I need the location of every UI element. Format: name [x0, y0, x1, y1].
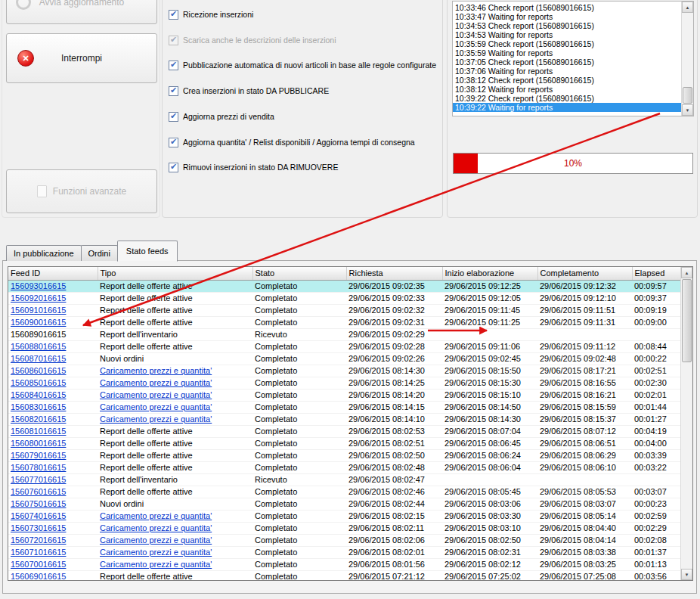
checkbox[interactable]	[169, 61, 178, 70]
feed-id-link[interactable]: 156087016615	[11, 354, 66, 363]
feed-row[interactable]: 156075016615Nuovi ordiniCompletato29/06/…	[8, 498, 682, 510]
column-header-tipo[interactable]: Tipo	[98, 267, 252, 280]
column-header-completamento[interactable]: Completamento	[537, 267, 632, 280]
feed-row[interactable]: 156071016615Caricamento prezzi e quantit…	[8, 546, 682, 558]
avvia-aggiornamento-button[interactable]: Avvia aggiornamento	[6, 0, 157, 24]
feed-row[interactable]: 156086016615Caricamento prezzi e quantit…	[8, 365, 682, 377]
checkbox-row-2[interactable]: Pubblicazione automatica di nuovi artico…	[169, 61, 436, 70]
column-header-richiesta[interactable]: Richiesta	[346, 267, 442, 280]
tipo-link[interactable]: Caricamento prezzi e quantita'	[100, 511, 212, 520]
scrollbar-thumb[interactable]	[683, 87, 692, 104]
log-line[interactable]: 10:38:12 Check report (156089016615)	[455, 76, 681, 85]
feed-id-link[interactable]: 156084016615	[11, 390, 66, 399]
checkbox-row-5[interactable]: Aggiorna quantita' / Relist disponibili …	[169, 138, 415, 147]
feed-row[interactable]: 156076016615Report delle offerte attiveC…	[8, 486, 682, 498]
feed-row[interactable]: 156085016615Caricamento prezzi e quantit…	[8, 377, 682, 389]
feed-row[interactable]: 156088016615Report delle offerte attiveC…	[8, 340, 682, 352]
log-line[interactable]: 10:33:47 Waiting for reports	[455, 12, 681, 21]
table-scrollbar[interactable]: ▲ ▼	[680, 267, 692, 580]
column-header-elapsed[interactable]: Elapsed	[632, 267, 682, 280]
feed-id-link[interactable]: 156075016615	[11, 499, 66, 508]
scroll-down-button[interactable]: ▼	[682, 104, 693, 116]
log-line[interactable]: 10:38:12 Waiting for reports	[455, 85, 681, 94]
log-line[interactable]: 10:37:05 Check report (156089016615)	[455, 57, 681, 67]
feed-id-link[interactable]: 156073016615	[11, 523, 66, 532]
scroll-up-button[interactable]: ▲	[681, 267, 692, 278]
feed-row[interactable]: 156090016615Report delle offerte attiveC…	[8, 316, 682, 328]
feed-row[interactable]: 156077016615Report dell'inventarioRicevu…	[8, 473, 682, 486]
tipo-link[interactable]: Caricamento prezzi e quantita'	[100, 390, 212, 399]
tab-in-pubblicazione[interactable]: In pubblicazione	[6, 245, 82, 261]
scroll-down-button[interactable]: ▼	[681, 569, 692, 580]
tipo-link[interactable]: Caricamento prezzi e quantita'	[100, 535, 212, 545]
log-line[interactable]: 10:34:53 Waiting for reports	[455, 30, 681, 39]
log-line[interactable]: 10:34:53 Check report (156089016615)	[455, 21, 681, 30]
checkbox[interactable]	[169, 112, 178, 122]
tipo-link[interactable]: Caricamento prezzi e quantita'	[100, 548, 212, 557]
column-header-stato[interactable]: Stato	[252, 267, 346, 280]
feed-id-link[interactable]: 156092016615	[11, 293, 66, 303]
checkbox[interactable]	[169, 86, 178, 96]
tipo-link[interactable]: Caricamento prezzi e quantita'	[100, 378, 212, 387]
checkbox-row-3[interactable]: Crea inserzioni in stato DA PUBBLICARE	[169, 86, 329, 96]
log-scrollbar[interactable]: ▲ ▼	[681, 2, 693, 116]
feed-row[interactable]: 156078016615Report delle offerte attiveC…	[8, 461, 682, 473]
feed-id-link[interactable]: 156078016615	[11, 463, 66, 472]
feed-id-link[interactable]: 156091016615	[11, 306, 66, 315]
tab-ordini[interactable]: Ordini	[81, 245, 118, 261]
feed-id-link[interactable]: 156085016615	[11, 378, 66, 387]
feed-id-link[interactable]: 156080016615	[11, 439, 66, 448]
tipo-link[interactable]: Caricamento prezzi e quantita'	[100, 560, 212, 569]
checkbox-row-4[interactable]: Aggiorna prezzi di vendita	[169, 112, 274, 122]
tipo-link[interactable]: Caricamento prezzi e quantita'	[100, 402, 212, 411]
feed-row[interactable]: 156083016615Caricamento prezzi e quantit…	[8, 401, 682, 413]
column-header-feed-id[interactable]: Feed ID	[8, 267, 98, 280]
feed-row[interactable]: 156091016615Report delle offerte attiveC…	[8, 304, 682, 316]
feed-id-link[interactable]: 156072016615	[11, 535, 66, 545]
interrompi-button[interactable]: ✕ Interrompi	[6, 33, 157, 83]
feed-row[interactable]: 156092016615Report delle offerte attiveC…	[8, 292, 682, 304]
log-line[interactable]: 10:35:59 Check report (156089016615)	[455, 39, 681, 48]
feed-row[interactable]: 156079016615Report delle offerte attiveC…	[8, 449, 682, 461]
tab-stato-feeds[interactable]: Stato feeds	[117, 241, 178, 262]
checkbox[interactable]	[169, 138, 178, 147]
log-line[interactable]: 10:35:59 Waiting for reports	[455, 48, 681, 57]
log-list[interactable]: 10:33:46 Check report (156089016615)10:3…	[453, 2, 681, 116]
feed-row[interactable]: 156074016615Caricamento prezzi e quantit…	[8, 510, 682, 522]
log-line[interactable]: 10:39:22 Check report (156089016615)	[455, 94, 681, 103]
column-header-inizio-elaborazione[interactable]: Inizio elaborazione	[442, 267, 537, 280]
feed-id-link[interactable]: 156088016615	[11, 342, 66, 351]
scrollbar-track[interactable]	[681, 278, 692, 569]
feed-row[interactable]: 156081016615Report delle offerte attiveC…	[8, 425, 682, 437]
checkbox-row-0[interactable]: Ricezione inserzioni	[169, 10, 253, 20]
feed-row[interactable]: 156073016615Caricamento prezzi e quantit…	[8, 522, 682, 534]
feed-id-link[interactable]: 156086016615	[11, 366, 66, 375]
checkbox-row-6[interactable]: Rimuovi inserzioni in stato DA RIMUOVERE	[169, 163, 338, 172]
checkbox[interactable]	[169, 163, 178, 172]
tipo-link[interactable]: Caricamento prezzi e quantita'	[100, 366, 212, 375]
feed-id-link[interactable]: 156090016615	[11, 318, 66, 327]
feed-id-link[interactable]: 156076016615	[11, 487, 66, 496]
checkbox[interactable]	[169, 10, 178, 20]
feed-row[interactable]: 156082016615Caricamento prezzi e quantit…	[8, 413, 682, 425]
feed-id-link[interactable]: 156074016615	[11, 511, 66, 520]
scroll-up-button[interactable]: ▲	[682, 2, 693, 13]
feed-row[interactable]: 156070016615Caricamento prezzi e quantit…	[8, 558, 682, 570]
tipo-link[interactable]: Caricamento prezzi e quantita'	[100, 414, 212, 424]
feed-id-link[interactable]: 156079016615	[11, 451, 66, 460]
log-line[interactable]: 10:39:22 Waiting for reports	[453, 103, 681, 112]
feed-id-link[interactable]: 156070016615	[11, 560, 66, 569]
log-line[interactable]: 10:33:46 Check report (156089016615)	[455, 3, 681, 12]
feed-id-link[interactable]: 156093016615	[11, 281, 66, 290]
feed-id-link[interactable]: 156069016615	[11, 572, 66, 581]
feed-id-link[interactable]: 156082016615	[11, 414, 66, 424]
feed-row[interactable]: 156093016615Report delle offerte attiveC…	[8, 280, 682, 292]
scrollbar-thumb[interactable]	[682, 279, 692, 362]
feed-id-link[interactable]: 156083016615	[11, 402, 66, 411]
funzioni-avanzate-button[interactable]: Funzioni avanzate	[6, 169, 157, 213]
feed-row[interactable]: 156080016615Report delle offerte attiveC…	[8, 437, 682, 449]
feed-row[interactable]: 156084016615Caricamento prezzi e quantit…	[8, 389, 682, 401]
log-line[interactable]: 10:37:06 Waiting for reports	[455, 67, 681, 76]
feed-row[interactable]: 156072016615Caricamento prezzi e quantit…	[8, 534, 682, 546]
feed-id-link[interactable]: 156081016615	[11, 427, 66, 436]
